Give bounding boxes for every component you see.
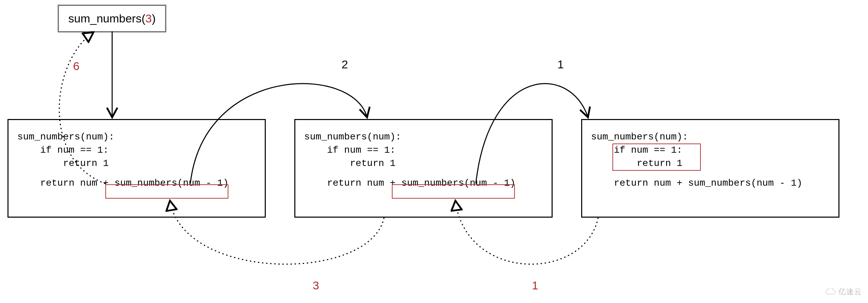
- code-line-1: sum_numbers(num):: [591, 130, 830, 144]
- code-line-3: return 1: [304, 157, 543, 170]
- forward-label-1: 1: [557, 58, 564, 71]
- highlight-recursive-2: [392, 184, 515, 199]
- recursion-frame-2: sum_numbers(num): if num == 1: return 1 …: [294, 119, 553, 218]
- highlight-recursive-1: [105, 184, 228, 199]
- call-fn-name: sum_numbers: [68, 12, 141, 25]
- recursion-frame-1: sum_numbers(num): if num == 1: return 1 …: [7, 119, 266, 218]
- return-label-1: 1: [532, 279, 538, 292]
- code-line-1: sum_numbers(num):: [17, 130, 256, 144]
- code-line-2: if num == 1:: [304, 144, 543, 157]
- watermark-label: 亿速云: [825, 287, 862, 297]
- initial-call-box: sum_numbers(3): [58, 5, 166, 32]
- code-line-4: return num + sum_numbers(num - 1): [591, 176, 830, 190]
- code-line-2: if num == 1:: [17, 144, 256, 157]
- code-line-3: return 1: [17, 157, 256, 170]
- call-arg: 3: [145, 12, 152, 25]
- cloud-icon: [825, 288, 836, 296]
- forward-label-2: 2: [342, 58, 348, 71]
- highlight-base-case: [612, 144, 701, 171]
- return-label-3: 3: [313, 279, 319, 292]
- code-line-1: sum_numbers(num):: [304, 130, 543, 144]
- return-label-6: 6: [73, 60, 80, 73]
